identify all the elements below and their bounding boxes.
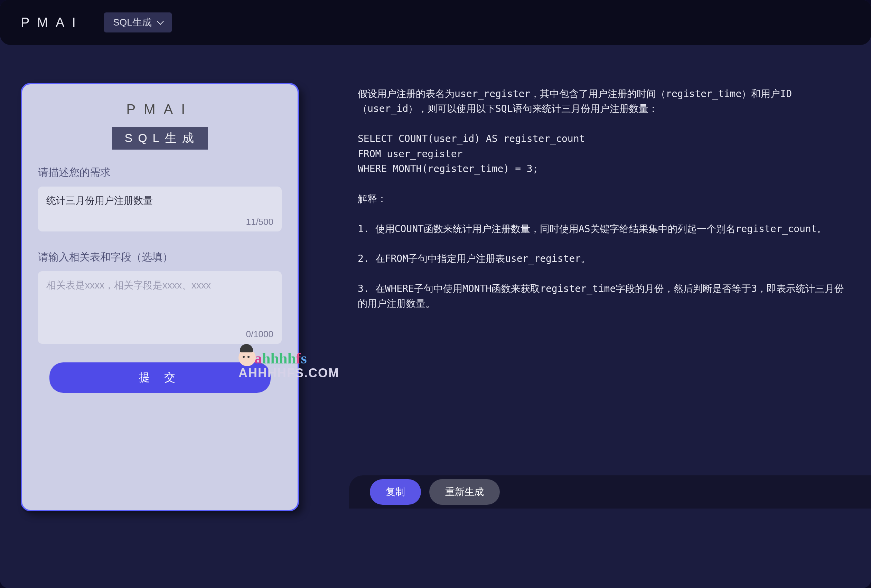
- label-requirement: 请描述您的需求: [38, 166, 282, 180]
- card-logo: PMAI: [38, 101, 282, 117]
- submit-button[interactable]: 提 交: [49, 363, 271, 393]
- regenerate-button[interactable]: 重新生成: [429, 479, 500, 505]
- result-action-bar: 复制 重新生成: [349, 475, 871, 509]
- copy-button[interactable]: 复制: [370, 479, 421, 505]
- schema-input[interactable]: [38, 271, 282, 344]
- mode-dropdown-label: SQL生成: [113, 16, 152, 29]
- top-header: PMAI SQL生成: [0, 0, 871, 45]
- result-text: 假设用户注册的表名为user_register，其中包含了用户注册的时间（reg…: [358, 87, 849, 311]
- chevron-down-icon: [157, 18, 164, 25]
- requirement-input[interactable]: [38, 187, 282, 231]
- mode-dropdown[interactable]: SQL生成: [104, 12, 172, 33]
- label-schema: 请输入相关表和字段（选填）: [38, 250, 282, 264]
- requirement-counter: 11/500: [246, 216, 273, 227]
- card-mode-tag: SQL生成: [112, 127, 207, 149]
- input-card: PMAI SQL生成 请描述您的需求 11/500 请输入相关表和字段（选填） …: [21, 83, 299, 511]
- app-logo: PMAI: [21, 15, 83, 30]
- schema-counter: 0/1000: [246, 329, 273, 340]
